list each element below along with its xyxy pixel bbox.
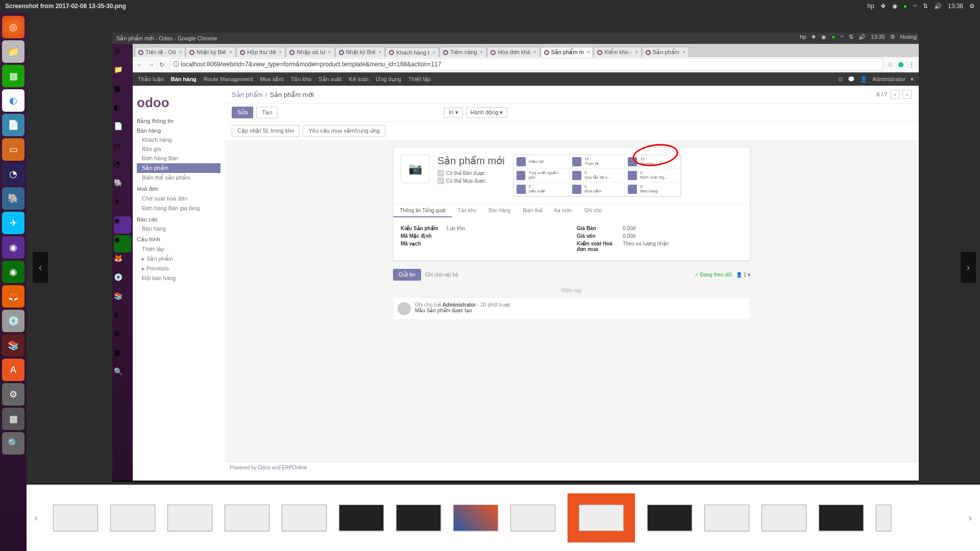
close-icon[interactable]: ×	[179, 49, 182, 55]
tab-general[interactable]: Thông tin Tổng quát	[394, 205, 452, 217]
pager-prev-button[interactable]: ‹	[891, 90, 900, 99]
tab-7[interactable]: Hóa đơn khá×	[487, 47, 540, 57]
action-dropdown[interactable]: Hành động ▾	[466, 107, 508, 118]
launcher-app2[interactable]: ◉	[2, 236, 24, 259]
launcher-app[interactable]: ✈	[2, 212, 24, 234]
bookmark-star-icon[interactable]: ☆	[888, 61, 893, 68]
back-button[interactable]: ←	[137, 61, 143, 68]
launcher-stack[interactable]: 📚	[2, 334, 24, 357]
close-icon[interactable]: ×	[635, 49, 638, 55]
tab-accounting[interactable]: Kế toán	[548, 205, 578, 217]
launcher-impress[interactable]: ▭	[2, 138, 24, 161]
image-next-button[interactable]: ›	[961, 252, 976, 283]
thumbnail[interactable]	[876, 505, 891, 531]
sidebar-item-variants[interactable]: Biến thể sản phẩm	[137, 173, 220, 183]
sidebar-item-config-settings[interactable]: Thiết lập	[137, 244, 220, 254]
forward-button[interactable]: →	[148, 61, 154, 68]
tab-sales[interactable]: Bán hàng	[482, 205, 517, 217]
close-icon[interactable]: ×	[533, 49, 536, 55]
extension-icon[interactable]	[898, 62, 903, 67]
launcher-writer[interactable]: 📄	[2, 114, 24, 136]
dropbox-icon[interactable]: ❖	[880, 3, 886, 10]
close-icon[interactable]: ×	[432, 50, 435, 56]
menu-route[interactable]: Route Management	[204, 76, 253, 82]
breadcrumb-root[interactable]: Sản phẩm	[232, 91, 263, 98]
log-note-button[interactable]: Ghi chú nội bộ	[425, 272, 458, 278]
close-icon[interactable]: ×	[229, 49, 232, 55]
pager-next-button[interactable]: ›	[902, 90, 912, 99]
chrome-indicator-icon[interactable]: ◉	[892, 3, 897, 10]
thumbnail-selected[interactable]	[568, 493, 635, 542]
tab-8[interactable]: Sản phẩm m×	[541, 47, 594, 57]
tab-1[interactable]: Nhật ký Biế×	[186, 47, 236, 57]
edit-button[interactable]: Sửa	[232, 107, 253, 118]
print-dropdown[interactable]: In ▾	[444, 107, 462, 118]
thumb-next-button[interactable]: ›	[966, 513, 975, 523]
sidebar-item-upsell[interactable]: Đơn hàng Bán gia tăng	[137, 204, 220, 213]
thumbnail[interactable]	[647, 505, 692, 531]
thumbnail[interactable]	[339, 505, 384, 531]
clock[interactable]: 13:36	[948, 3, 963, 10]
product-image[interactable]: 📷	[401, 155, 429, 183]
launcher-dash[interactable]: ◎	[2, 16, 24, 38]
tab-2[interactable]: Hộp thư đế×	[236, 47, 285, 57]
user-avatar-icon[interactable]: 👤	[860, 76, 867, 83]
chevron-down-icon[interactable]: ▾	[911, 76, 914, 83]
messages-icon[interactable]: 💬	[848, 76, 855, 83]
wifi-icon[interactable]: ⌔	[913, 3, 917, 10]
image-prev-button[interactable]: ‹	[33, 252, 48, 283]
tab-variants[interactable]: Biến thể	[517, 205, 548, 217]
stat-reorder[interactable]: 0Quy tắc tái c...	[569, 169, 625, 183]
menu-discuss[interactable]: Thảo luận	[138, 76, 164, 83]
create-button[interactable]: Tạo	[256, 107, 278, 118]
sidebar-item-config-products[interactable]: ▸ Sản phẩm	[137, 254, 220, 264]
stat-sales[interactable]: 0Bán hàng	[625, 183, 680, 196]
launcher-eclipse[interactable]: ◔	[2, 163, 24, 185]
followers-count[interactable]: 👤 1 ▾	[736, 272, 750, 278]
user-menu[interactable]: Administrator	[872, 76, 905, 82]
launcher-app3[interactable]: ◉	[2, 261, 24, 283]
tab-9[interactable]: Kiểm kho - ×	[594, 47, 641, 57]
url-input[interactable]: ⓘ localhost:8069/web#id=7&view_type=form…	[169, 58, 883, 71]
tab-notes[interactable]: Ghi chú	[578, 205, 608, 217]
thumbnail[interactable]	[704, 505, 749, 531]
launcher-postgres[interactable]: 🐘	[2, 187, 24, 210]
chrome-menu-icon[interactable]: ⋮	[909, 61, 915, 68]
update-qty-button[interactable]: Cập nhật SL trong kho	[232, 125, 300, 137]
sidebar-item-orders[interactable]: Đơn hàng Bán	[137, 154, 220, 163]
support-icon[interactable]: ⊙	[838, 76, 843, 83]
launcher-search[interactable]: 🔍	[2, 432, 24, 455]
network-icon[interactable]: ⇅	[923, 3, 928, 10]
launcher-chrome[interactable]: ◐	[2, 89, 24, 112]
launcher-settings[interactable]: ⚙	[2, 383, 24, 406]
close-icon[interactable]: ×	[587, 49, 590, 55]
launcher-disk[interactable]: 💿	[2, 310, 24, 332]
tab-5[interactable]: Khách hàng t×	[385, 47, 439, 57]
tab-6[interactable]: Tiềm năng×	[439, 47, 486, 57]
stat-forecast[interactable]: 12Dự báo	[625, 155, 680, 169]
thumbnail[interactable]	[225, 505, 270, 531]
tab-10[interactable]: Sản phẩm×	[642, 47, 689, 57]
thumb-prev-button[interactable]: ‹	[32, 513, 41, 523]
tab-4[interactable]: Nhật ký Biế×	[335, 47, 385, 57]
following-badge[interactable]: ✓ Đang theo dõi	[695, 272, 732, 278]
menu-apps[interactable]: Ứng dụng	[376, 76, 401, 83]
sidebar-item-config-teams[interactable]: Đội bán hàng	[137, 273, 220, 283]
footer-odoo-link[interactable]: Odoo	[258, 465, 271, 470]
thumbnail[interactable]	[282, 505, 327, 531]
thumbnail[interactable]	[110, 505, 155, 531]
sidebar-section-dashboard[interactable]: Bảng thông tin	[137, 118, 220, 124]
menu-inventory[interactable]: Tồn kho	[291, 76, 312, 83]
odoo-logo[interactable]: odoo	[137, 95, 220, 111]
sidebar-item-quotes[interactable]: Báo giá	[137, 144, 220, 154]
close-icon[interactable]: ×	[682, 49, 685, 55]
launcher-software[interactable]: A	[2, 359, 24, 381]
send-message-button[interactable]: Gửi tin	[393, 269, 421, 281]
close-icon[interactable]: ×	[480, 49, 483, 55]
online-icon[interactable]: ●	[903, 3, 907, 10]
menu-accounting[interactable]: Kế toán	[349, 76, 369, 83]
close-icon[interactable]: ×	[279, 49, 282, 55]
launcher-firefox[interactable]: 🦊	[2, 285, 24, 308]
menu-settings[interactable]: Thiết lập	[408, 76, 431, 83]
thumbnail[interactable]	[167, 505, 212, 531]
